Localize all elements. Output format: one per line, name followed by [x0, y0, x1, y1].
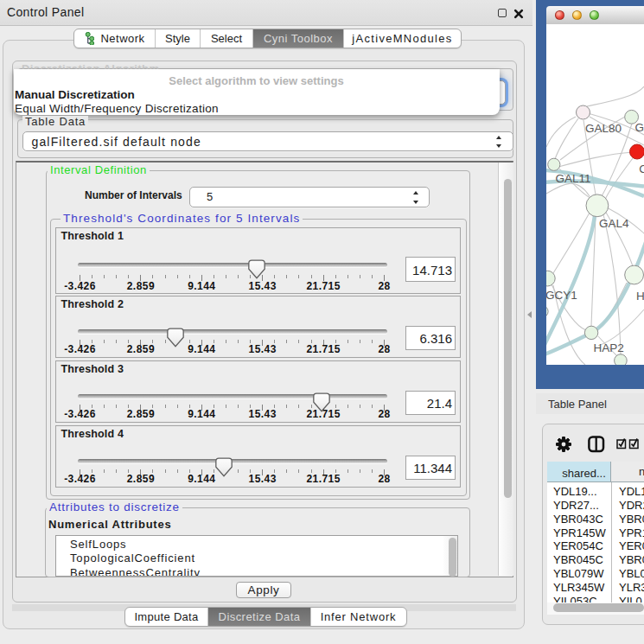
- svg-text:GAL11: GAL11: [556, 172, 591, 185]
- svg-text:GAL4: GAL4: [599, 216, 629, 229]
- svg-text:GA: GA: [635, 121, 644, 134]
- svg-text:HAP2: HAP2: [594, 341, 624, 354]
- svg-text:GCY1: GCY1: [546, 288, 577, 301]
- svg-text:HA: HA: [636, 290, 644, 303]
- svg-text:GAL80: GAL80: [585, 121, 622, 134]
- svg-text:CR: CR: [639, 162, 644, 175]
